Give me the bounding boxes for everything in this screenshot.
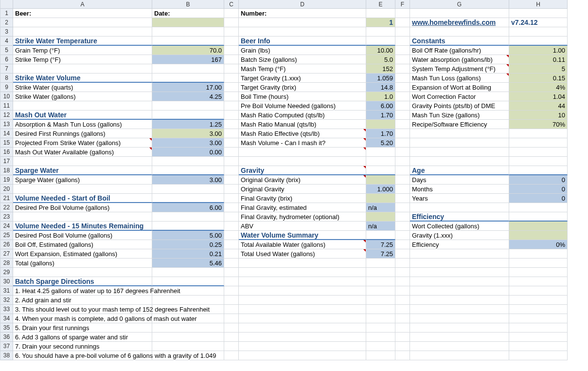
cell-G14[interactable] xyxy=(410,129,509,138)
cell-D10[interactable]: Boil Time (hours) xyxy=(239,92,366,101)
cell-D12[interactable]: Mash Ratio Computed (qts/lb) xyxy=(239,111,366,120)
cell-D24[interactable]: ABV xyxy=(239,222,366,231)
cell-B18[interactable] xyxy=(152,166,224,175)
cell-C28[interactable] xyxy=(224,259,239,268)
row-header-3[interactable]: 3 xyxy=(0,27,13,37)
row-header-30[interactable]: 30 xyxy=(0,277,13,286)
cell-H9[interactable]: 4% xyxy=(509,83,568,92)
cell-H7[interactable]: 5 xyxy=(509,64,568,74)
row-header-16[interactable]: 16 xyxy=(0,148,13,157)
cell-D35[interactable] xyxy=(239,323,366,333)
cell-G22[interactable] xyxy=(410,203,509,212)
row-header-22[interactable]: 22 xyxy=(0,203,13,212)
cell-G11[interactable]: Gravity Points (pts/lb) of DME xyxy=(410,101,509,111)
cell-F30[interactable] xyxy=(395,277,410,286)
cell-F25[interactable] xyxy=(395,231,410,240)
cell-C3[interactable] xyxy=(224,27,239,37)
cell-H5[interactable]: 1.00 xyxy=(509,46,568,55)
cell-E6[interactable]: 5.0 xyxy=(366,55,395,64)
row-header-26[interactable]: 26 xyxy=(0,240,13,249)
cell-B7[interactable] xyxy=(152,64,224,74)
cell-F24[interactable] xyxy=(395,222,410,231)
cell-F16[interactable] xyxy=(395,148,410,157)
cell-C13[interactable] xyxy=(224,120,239,129)
cell-F2[interactable] xyxy=(395,18,410,27)
cell-G13[interactable]: Recipe/Software Efficiency xyxy=(410,120,509,129)
cell-G2[interactable]: www.homebrewfinds.com xyxy=(410,18,509,27)
cell-E29[interactable] xyxy=(366,268,395,277)
cell-E7[interactable]: 152 xyxy=(366,64,395,74)
cell-B30[interactable] xyxy=(152,277,224,286)
cell-B5[interactable]: 70.0 xyxy=(152,46,224,55)
cell-E21[interactable] xyxy=(366,194,395,203)
cell-F13[interactable] xyxy=(395,120,410,129)
cell-A19[interactable]: Sparge Water (gallons) xyxy=(13,175,152,185)
cell-H16[interactable] xyxy=(509,148,568,157)
cell-D31[interactable] xyxy=(239,286,366,296)
row-header-7[interactable]: 7 xyxy=(0,64,13,74)
cell-B4[interactable] xyxy=(152,37,224,46)
cell-B9[interactable]: 17.00 xyxy=(152,83,224,92)
cell-D11[interactable]: Pre Boil Volume Needed (gallons) xyxy=(239,101,366,111)
cell-E15[interactable]: 5.20 xyxy=(366,138,395,148)
cell-A18[interactable]: Sparge Water xyxy=(13,166,152,175)
cell-C20[interactable] xyxy=(224,185,239,194)
cell-F35[interactable] xyxy=(395,323,410,333)
cell-G24[interactable]: Wort Collected (gallons) xyxy=(410,222,509,231)
cell-B20[interactable] xyxy=(152,185,224,194)
row-header-36[interactable]: 36 xyxy=(0,333,13,342)
cell-F11[interactable] xyxy=(395,101,410,111)
cell-C30[interactable] xyxy=(224,277,239,286)
cell-B26[interactable]: 0.25 xyxy=(152,240,224,249)
cell-E10[interactable]: 1.0 xyxy=(366,92,395,101)
row-header-14[interactable]: 14 xyxy=(0,129,13,138)
row-header-2[interactable]: 2 xyxy=(0,18,13,27)
cell-A32[interactable]: 2. Add grain and stir xyxy=(13,296,152,305)
cell-C6[interactable] xyxy=(224,55,239,64)
cell-F32[interactable] xyxy=(395,296,410,305)
cell-H38[interactable] xyxy=(509,351,568,360)
cell-A35[interactable]: 5. Drain your first runnings xyxy=(13,323,152,333)
cell-H32[interactable] xyxy=(509,296,568,305)
row-header-29[interactable]: 29 xyxy=(0,268,13,277)
cell-H28[interactable] xyxy=(509,259,568,268)
cell-H35[interactable] xyxy=(509,323,568,333)
cell-H21[interactable]: 0 xyxy=(509,194,568,203)
cell-A15[interactable]: Projected From Strike Water (gallons) xyxy=(13,138,152,148)
cell-E22[interactable]: n/a xyxy=(366,203,395,212)
cell-H18[interactable] xyxy=(509,166,568,175)
cell-G26[interactable]: Efficiency xyxy=(410,240,509,249)
cell-F7[interactable] xyxy=(395,64,410,74)
cell-B34[interactable] xyxy=(152,314,224,323)
cell-C34[interactable] xyxy=(224,314,239,323)
row-header-12[interactable]: 12 xyxy=(0,111,13,120)
cell-H6[interactable]: 0.11 xyxy=(509,55,568,64)
cell-F8[interactable] xyxy=(395,74,410,83)
cell-E8[interactable]: 1.059 xyxy=(366,74,395,83)
cell-E4[interactable] xyxy=(366,37,395,46)
cell-G10[interactable]: Wort Correction Factor xyxy=(410,92,509,101)
cell-F28[interactable] xyxy=(395,259,410,268)
row-header-10[interactable]: 10 xyxy=(0,92,13,101)
row-header-21[interactable]: 21 xyxy=(0,194,13,203)
cell-F27[interactable] xyxy=(395,249,410,259)
cell-E11[interactable]: 6.00 xyxy=(366,101,395,111)
row-header-34[interactable]: 34 xyxy=(0,314,13,323)
cell-B10[interactable]: 4.25 xyxy=(152,92,224,101)
cell-C11[interactable] xyxy=(224,101,239,111)
cell-G12[interactable]: Mash Tun Size (gallons) xyxy=(410,111,509,120)
cell-B22[interactable]: 6.00 xyxy=(152,203,224,212)
cell-B3[interactable] xyxy=(152,27,224,37)
cell-D29[interactable] xyxy=(239,268,366,277)
cell-C27[interactable] xyxy=(224,249,239,259)
cell-B1[interactable]: Date: xyxy=(152,9,224,18)
cell-F26[interactable] xyxy=(395,240,410,249)
cell-C29[interactable] xyxy=(224,268,239,277)
cell-H10[interactable]: 1.04 xyxy=(509,92,568,101)
cell-B19[interactable]: 3.00 xyxy=(152,175,224,185)
cell-A2[interactable] xyxy=(13,18,152,27)
cell-G33[interactable] xyxy=(410,305,509,314)
cell-D5[interactable]: Grain (lbs) xyxy=(239,46,366,55)
cell-E3[interactable] xyxy=(366,27,395,37)
cell-D23[interactable]: Final Gravity, hydrometer (optional) xyxy=(239,212,366,222)
